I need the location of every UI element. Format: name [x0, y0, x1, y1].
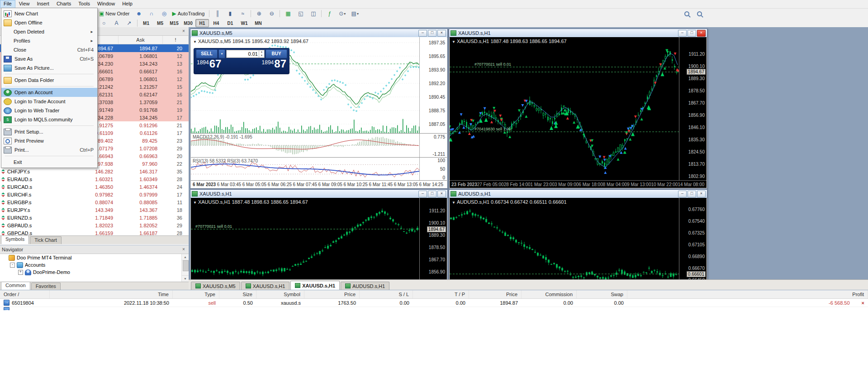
terminal-column-header[interactable]: Order /	[0, 290, 50, 298]
menu-view[interactable]: View	[15, 0, 33, 8]
tf-mn-button[interactable]: MN	[251, 19, 265, 27]
minimize-button[interactable]: –	[678, 191, 687, 197]
tf-h4-button[interactable]: H4	[209, 19, 223, 27]
file-menu-profiles[interactable]: Profiles ►	[1, 36, 97, 45]
file-menu-save-as-picture[interactable]: Save As Picture...	[1, 63, 97, 72]
chart-window-titlebar[interactable]: XAUUSD.s,H1 – □ ×	[190, 190, 447, 198]
nav-node-dooprime-demo[interactable]: + DooPrime-Demo	[0, 269, 189, 276]
menu-separator[interactable]	[1, 72, 97, 76]
market-watch-row[interactable]: EURCHF.s 0.97982 0.97999 17	[0, 191, 189, 198]
maximize-button[interactable]: □	[428, 191, 436, 197]
tf-d1-button[interactable]: D1	[223, 19, 237, 27]
tile-horizontal-button[interactable]: ◫	[307, 9, 319, 19]
price-chart-canvas[interactable]: #70770021 sell 0.01#70419830 sell 1.00	[450, 37, 679, 180]
scrollbar-thumb[interactable]	[183, 260, 189, 271]
menu-charts[interactable]: Charts	[53, 0, 75, 8]
file-menu-open-data-folder[interactable]: Open Data Folder	[1, 76, 97, 85]
terminal-column-header[interactable]: Price	[469, 290, 522, 298]
chart-menu-icon[interactable]: ▼	[193, 201, 197, 205]
close-icon[interactable]: ×	[180, 247, 187, 252]
toolbar-separator[interactable]	[280, 10, 280, 17]
column-spread[interactable]: !	[163, 36, 189, 44]
tf-w1-button[interactable]: W1	[237, 19, 251, 27]
market-watch-row[interactable]: EURCAD.s 1.46350 1.46374 24	[0, 183, 189, 191]
menu-window[interactable]: Window	[94, 0, 119, 8]
chart-tab-xauusd-h1-b[interactable]: XAUUSD.s,H1	[290, 281, 340, 290]
chart-area[interactable]: ▼XAUUSD.s,M5 1894.15 1895.42 1893.92 189…	[191, 37, 447, 188]
market-watch-row[interactable]: EURGBP.s 0.88074 0.88085 11	[0, 198, 189, 206]
tf-m30-button[interactable]: M30	[181, 19, 195, 27]
tf-m15-button[interactable]: M15	[167, 19, 181, 27]
tf-h1-button[interactable]: H1	[195, 19, 209, 27]
close-button[interactable]: ×	[437, 191, 446, 197]
file-menu-open-offline[interactable]: Open Offline	[1, 18, 97, 27]
tree-expander-icon[interactable]: +	[18, 270, 23, 275]
tab-tick-chart[interactable]: Tick Chart	[30, 236, 62, 244]
text-button[interactable]: A	[110, 19, 123, 28]
chart-window-xauusd-h1-active[interactable]: XAUUSD.s,H1 – □ × ▼XAUUSD.s,H1 1887.48 1…	[449, 29, 707, 189]
file-menu-login-mql5[interactable]: Login to MQL5.community	[1, 115, 97, 124]
price-chart-canvas[interactable]	[450, 198, 679, 279]
community-search-button[interactable]	[693, 9, 706, 19]
scroll-up-icon[interactable]: ▲	[182, 254, 189, 260]
terminal-column-header[interactable]: Profit	[627, 290, 868, 298]
chart-tab-xauusd-m5[interactable]: XAUUSD.s,M5	[191, 282, 240, 290]
toolbar-spacer[interactable]	[361, 9, 680, 19]
close-trade-icon[interactable]: ×	[862, 300, 864, 306]
zoom-out-button[interactable]: ⊖	[266, 9, 278, 19]
periods-button[interactable]: ⊙ ▾	[336, 9, 348, 19]
trade-row[interactable]: → 65019804 2022.11.18 10:38:50 sell 0.50…	[0, 299, 868, 307]
file-menu-close[interactable]: Close Ctrl+F4	[1, 45, 97, 54]
terminal-column-header[interactable]: Commission	[522, 290, 577, 298]
menu-file[interactable]: File	[0, 0, 15, 8]
chart-area[interactable]: ▼XAUUSD.s,H1 1887.48 1898.63 1886.65 189…	[191, 198, 447, 280]
menu-help[interactable]: Help	[119, 0, 136, 8]
terminal-column-header[interactable]: Price	[304, 290, 360, 298]
terminal-column-header[interactable]: Symbol	[256, 290, 304, 298]
lot-size-field[interactable]: 0.01 ▲ ▼	[226, 50, 265, 58]
file-menu-open-an-account[interactable]: Open an Account	[1, 88, 97, 97]
terminal-column-header[interactable]: Swap	[577, 290, 627, 298]
chart-area[interactable]: ▼AUDUSD.s,H1 0.66734 0.66742 0.66511 0.6…	[450, 198, 707, 280]
maximize-button[interactable]: □	[688, 191, 696, 197]
spin-down-icon[interactable]: ▼	[259, 54, 264, 58]
file-menu-print-preview[interactable]: Print Preview	[1, 136, 97, 145]
chart-window-xauusd-m5[interactable]: XAUUSD.s,M5 – □ × ▼XAUUSD.s,M5 1894.15 1…	[190, 29, 448, 189]
market-watch-row[interactable]: EURAUD.s 1.60321 1.60349 28	[0, 175, 189, 183]
menu-separator[interactable]	[1, 154, 97, 158]
menu-insert[interactable]: Insert	[33, 0, 53, 8]
buy-button[interactable]: BUY	[266, 49, 287, 58]
file-menu-save-as[interactable]: Save As Ctrl+S	[1, 54, 97, 63]
toolbar-separator[interactable]	[251, 10, 251, 17]
tree-expander-icon[interactable]: -	[10, 263, 15, 268]
tab-symbols[interactable]: Symbols	[1, 235, 29, 244]
lot-size-value[interactable]: 0.01	[227, 51, 259, 57]
chart-menu-icon[interactable]: ▼	[193, 40, 197, 44]
nav-node-terminal[interactable]: Doo Prime MT4 Terminal	[0, 254, 189, 261]
chart-menu-icon[interactable]: ▼	[452, 201, 455, 205]
chart-menu-icon[interactable]: ▼	[452, 40, 455, 44]
indicators-button[interactable]: ƒ	[323, 9, 336, 19]
spin-up-icon[interactable]: ▲	[259, 50, 264, 54]
maximize-button[interactable]: □	[428, 30, 436, 37]
file-menu-login-web-trader[interactable]: Login to Web Trader	[1, 106, 97, 115]
minimize-button[interactable]: –	[418, 191, 427, 197]
bar-chart-button[interactable]: ║	[211, 9, 223, 19]
market-watch-row[interactable]: GBPCAD.s 1.66159 1.66187 28	[0, 229, 189, 235]
file-menu-print-setup[interactable]: Print Setup...	[1, 127, 97, 136]
close-button[interactable]: ×	[697, 30, 706, 37]
chart-window-titlebar[interactable]: XAUUSD.s,H1 – □ ×	[449, 29, 707, 38]
chart-window-titlebar[interactable]: AUDUSD.s,H1 – □ ×	[449, 190, 707, 198]
terminal-column-header[interactable]: Type	[173, 290, 219, 298]
autotrading-button[interactable]: ▶ AutoTrading	[171, 9, 208, 19]
arrows-button[interactable]: ↗	[123, 19, 135, 28]
cascade-button[interactable]: ◱	[294, 9, 307, 19]
chart-tab-xauusd-h1-a[interactable]: XAUUSD.s,H1	[241, 282, 290, 290]
menu-tools[interactable]: Tools	[75, 0, 94, 8]
toolbar-separator[interactable]	[137, 19, 138, 27]
zoom-in-button[interactable]: ⊕	[253, 9, 265, 19]
lot-size-stepper[interactable]: ▲ ▼	[259, 50, 264, 58]
chart-window-titlebar[interactable]: XAUUSD.s,M5 – □ ×	[190, 29, 447, 38]
maximize-button[interactable]: □	[688, 30, 696, 37]
nav-node-accounts[interactable]: - Accounts	[0, 261, 189, 269]
